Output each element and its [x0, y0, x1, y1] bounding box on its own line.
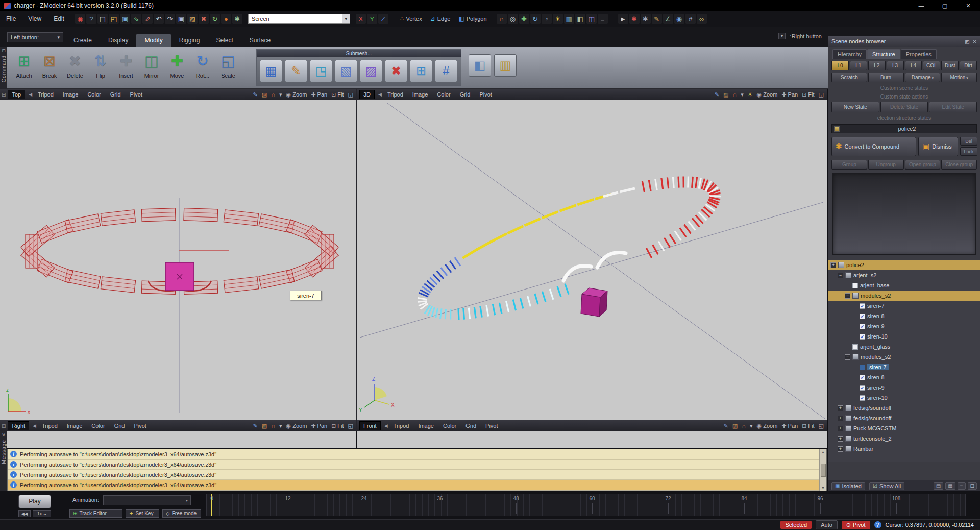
burn-button[interactable]: Burn: [868, 73, 904, 82]
rotate-tool[interactable]: ↻Rot...: [190, 49, 215, 87]
lod-dirt-button[interactable]: Dirt: [960, 61, 977, 70]
motion-button[interactable]: Motion ▾: [941, 73, 977, 82]
gear-icon[interactable]: ✱: [641, 14, 651, 24]
link-icon[interactable]: ∞: [697, 14, 707, 24]
polygon-toggle[interactable]: ◧Polygon: [454, 14, 491, 23]
new-file-icon[interactable]: ▤: [97, 14, 108, 24]
redo-icon[interactable]: ↷: [165, 14, 175, 24]
list-view-icon[interactable]: ▤: [934, 482, 943, 490]
insert-tool[interactable]: ✚Insert: [113, 49, 139, 87]
fit-button[interactable]: ⊡Fit: [331, 91, 344, 98]
open-file-icon[interactable]: ◰: [109, 14, 119, 24]
viewport-top-canvas[interactable]: zx siren-7: [0, 100, 356, 420]
visibility-checkbox[interactable]: ✔: [860, 314, 865, 319]
eye-icon[interactable]: ◉: [674, 14, 684, 24]
isolated-button[interactable]: ▣ Isolated: [831, 482, 865, 490]
tree-node-siren-10[interactable]: ✔siren-10: [828, 393, 980, 403]
viewport-right-canvas[interactable]: [0, 431, 356, 448]
messages-scrollbar[interactable]: ▲ ▼: [819, 449, 826, 491]
viewport-menu-grid[interactable]: Grid: [114, 423, 125, 429]
submesh-brush-icon[interactable]: ✎: [285, 60, 307, 82]
magnet-icon[interactable]: ∩: [732, 91, 737, 98]
help-icon[interactable]: ?: [86, 14, 96, 24]
expand-icon[interactable]: +: [838, 426, 843, 431]
close-icon[interactable]: ✕: [973, 39, 977, 44]
tree-node-fedsig-soundoff[interactable]: +fedsig/soundoff: [828, 403, 980, 413]
maximize-viewport-icon[interactable]: ◱: [819, 423, 824, 429]
visibility-checkbox[interactable]: ✔: [860, 385, 865, 391]
submesh-grid-icon[interactable]: #: [435, 60, 457, 82]
brush-icon[interactable]: ▨: [723, 91, 728, 98]
pin-icon[interactable]: ◩: [965, 39, 969, 44]
show-all-button[interactable]: ☑ Show All: [869, 482, 904, 490]
pencil-icon[interactable]: ✎: [253, 423, 258, 429]
attach-tool[interactable]: ⊞Attach: [11, 49, 37, 87]
scale-tool[interactable]: ◱Scale: [215, 49, 241, 87]
delete-tool[interactable]: ✖Delete: [62, 49, 88, 87]
grid-view-icon[interactable]: ▦: [945, 482, 955, 490]
tab-rigging[interactable]: Rigging: [171, 34, 208, 47]
axis-y-icon[interactable]: Y: [367, 14, 377, 24]
viewport-menu-grid[interactable]: Grid: [465, 423, 476, 429]
speed-button[interactable]: 1x▴▾: [33, 510, 51, 517]
brush-icon[interactable]: ▨: [262, 423, 267, 429]
visibility-checkbox[interactable]: ✔: [860, 334, 865, 340]
viewport-menu-tripod[interactable]: Tripod: [38, 91, 54, 98]
zoom-button[interactable]: ◉Zoom: [286, 91, 307, 98]
expand-icon[interactable]: +: [838, 436, 843, 442]
delete-icon[interactable]: ✖: [199, 14, 209, 24]
viewport-collapse-icon[interactable]: ◀: [29, 92, 32, 97]
damage-button[interactable]: Damage ▾: [905, 73, 941, 82]
group-button[interactable]: Group: [831, 160, 867, 170]
viewport-menu-pivot[interactable]: Pivot: [134, 423, 146, 429]
tab-modify[interactable]: Modify: [136, 34, 170, 47]
axis-x-icon[interactable]: X: [356, 14, 366, 24]
viewport-menu-pivot[interactable]: Pivot: [130, 91, 142, 98]
message-row[interactable]: iPerforming autosave to "c:\users\dorian…: [8, 470, 819, 480]
viewport-menu-grid[interactable]: Grid: [460, 91, 471, 98]
tab-surface[interactable]: Surface: [241, 34, 279, 47]
viewport-label-front[interactable]: Front: [359, 421, 381, 430]
tree-node-siren-9[interactable]: ✔siren-9: [828, 382, 980, 393]
viewport-collapse-icon[interactable]: ◀: [384, 423, 388, 428]
submesh-select-icon[interactable]: ▧: [335, 60, 357, 82]
settings-icon[interactable]: ✱: [232, 14, 242, 24]
free-mode-button[interactable]: ◇ Free mode: [162, 509, 201, 518]
fit-button[interactable]: ⊡Fit: [802, 91, 814, 98]
break-tool[interactable]: ⊠Break: [37, 49, 62, 87]
maximize-viewport-icon[interactable]: ◱: [819, 91, 824, 98]
collapse-icon[interactable]: −: [845, 354, 850, 360]
pan-button[interactable]: ✚Pan: [781, 91, 798, 98]
viewport-collapse-icon[interactable]: ◀: [33, 423, 36, 428]
auto-badge[interactable]: Auto: [816, 520, 838, 529]
snap-icon[interactable]: ◎: [508, 14, 518, 24]
viewport-menu-tripod[interactable]: Tripod: [42, 423, 58, 429]
active-node-row[interactable]: police2: [831, 124, 977, 133]
tree-node-siren-10[interactable]: ✔siren-10: [828, 331, 980, 342]
tree-node-siren-8[interactable]: ✔siren-8: [828, 372, 980, 382]
brush-icon[interactable]: ▨: [262, 91, 267, 98]
visibility-checkbox[interactable]: ✔: [860, 375, 865, 380]
visibility-checkbox[interactable]: ✔: [860, 324, 865, 329]
light-icon[interactable]: ☀: [553, 14, 563, 24]
tree-node-siren-7[interactable]: siren-7: [828, 362, 980, 372]
right-button-select[interactable]: ▾ -:Right button: [778, 33, 822, 39]
save-icon[interactable]: ▣: [120, 14, 130, 24]
tree-node-fedsig-soundoff[interactable]: +fedsig/soundoff: [828, 413, 980, 423]
submesh-weld-icon[interactable]: ⊞: [410, 60, 432, 82]
expand-icon[interactable]: +: [838, 446, 843, 452]
tree-node-arjent-s2[interactable]: −arjent_s2: [828, 270, 980, 280]
magnet-icon[interactable]: ∩: [271, 423, 275, 429]
viewport-label-3d[interactable]: 3D: [359, 90, 375, 99]
lod-l0-button[interactable]: L0: [831, 61, 849, 70]
move-tool[interactable]: ✚Move: [164, 49, 190, 87]
tree-node-siren-8[interactable]: ✔siren-8: [828, 311, 980, 321]
lod-dust-button[interactable]: Dust: [941, 61, 959, 70]
tab-create[interactable]: Create: [65, 34, 100, 47]
close-icon[interactable]: ✕: [2, 432, 6, 438]
pivot-badge[interactable]: ⊙ Pivot: [842, 521, 870, 529]
viewport-menu-color[interactable]: Color: [87, 91, 101, 98]
viewport-menu-color[interactable]: Color: [443, 423, 456, 429]
light-icon[interactable]: ☀: [748, 91, 753, 98]
maximize-viewport-icon[interactable]: ◱: [348, 423, 353, 429]
